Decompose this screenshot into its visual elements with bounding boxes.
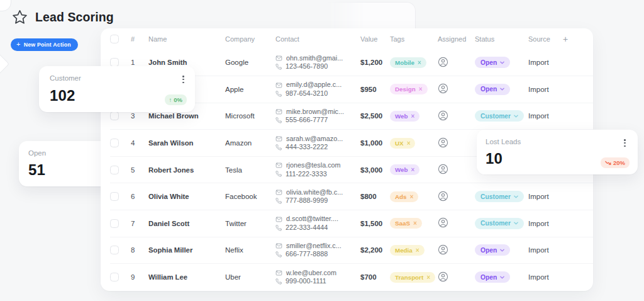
assigned-user-icon[interactable] <box>438 191 448 202</box>
tag-remove-icon[interactable]: × <box>407 140 411 147</box>
assigned-user-icon[interactable] <box>438 57 448 67</box>
kebab-menu-icon[interactable] <box>622 137 628 149</box>
tag-pill[interactable]: Design × <box>390 84 428 94</box>
lead-email: mike.brown@mic... <box>275 108 360 116</box>
tag-remove-icon[interactable]: × <box>416 247 419 254</box>
email-icon <box>275 216 282 223</box>
star-icon[interactable] <box>11 9 28 26</box>
tag-label: SaaS <box>395 220 410 227</box>
assigned-user-icon[interactable] <box>438 271 448 282</box>
lead-phone: 555-666-7777 <box>275 116 360 125</box>
chevron-down-icon <box>500 88 504 91</box>
card-label: Customer <box>50 74 81 82</box>
new-point-action-button[interactable]: + New Point Action <box>11 38 78 51</box>
arrow-up-icon: ↑ <box>169 96 172 103</box>
status-badge[interactable]: Open <box>475 84 510 95</box>
tag-remove-icon[interactable]: × <box>426 274 430 281</box>
row-checkbox[interactable] <box>110 139 119 147</box>
lead-name: Sophia Miller <box>148 237 225 264</box>
lead-name: Olivia White <box>148 183 225 210</box>
tag-pill[interactable]: UX × <box>390 138 415 149</box>
company-name: Twitter <box>225 210 275 237</box>
tag-remove-icon[interactable]: × <box>411 113 415 120</box>
row-number: 8 <box>131 237 148 264</box>
company-name: Apple <box>225 76 275 103</box>
phone-icon <box>275 171 282 177</box>
tag-pill[interactable]: Media × <box>390 245 425 256</box>
row-checkbox[interactable] <box>110 111 119 120</box>
lead-phone: 123-456-7890 <box>275 62 360 71</box>
tag-label: Web <box>395 166 408 173</box>
chevron-down-icon <box>514 195 518 198</box>
assigned-user-icon[interactable] <box>438 164 448 174</box>
assigned-user-icon[interactable] <box>438 217 448 228</box>
card-label: Lost Leads <box>486 138 521 145</box>
lead-name: Robert Jones <box>148 156 225 183</box>
table-row: 6 Olivia White Facebook olivia.white@fb.… <box>110 183 593 210</box>
tag-pill[interactable]: Web × <box>390 164 419 175</box>
assigned-user-icon[interactable] <box>438 83 448 94</box>
tag-remove-icon[interactable]: × <box>411 166 415 173</box>
plus-icon: + <box>16 41 21 48</box>
row-number: 4 <box>131 130 148 157</box>
assigned-user-icon[interactable] <box>438 110 448 121</box>
status-badge[interactable]: Customer <box>475 218 524 229</box>
lead-value: $700 <box>360 264 390 291</box>
tag-remove-icon[interactable]: × <box>418 59 421 66</box>
status-badge[interactable]: Customer <box>475 191 524 202</box>
trend-badge: ↑ 0% <box>165 94 187 105</box>
phone-icon <box>275 144 282 150</box>
kebab-menu-icon[interactable] <box>180 74 186 85</box>
lead-source: Import <box>528 183 563 210</box>
row-checkbox[interactable] <box>110 166 119 174</box>
add-column-icon[interactable]: + <box>563 28 593 49</box>
lead-source: Import <box>528 264 563 291</box>
assigned-user-icon[interactable] <box>438 137 448 148</box>
column-header-status: Status <box>475 28 528 49</box>
column-header-company: Company <box>225 28 275 49</box>
tag-pill[interactable]: Mobile × <box>390 57 426 68</box>
company-name: Amazon <box>225 130 275 157</box>
status-badge[interactable]: Open <box>475 271 510 283</box>
tag-remove-icon[interactable]: × <box>413 220 417 227</box>
assigned-user-icon[interactable] <box>438 244 448 255</box>
company-name: Facebook <box>225 183 275 210</box>
row-checkbox[interactable] <box>110 58 119 67</box>
row-checkbox[interactable] <box>110 192 119 201</box>
tag-pill[interactable]: Ads × <box>390 191 418 202</box>
tag-remove-icon[interactable]: × <box>419 86 423 93</box>
company-name: Google <box>225 49 275 76</box>
email-icon <box>275 189 282 196</box>
tag-label: Media <box>395 247 413 254</box>
email-icon <box>275 82 282 89</box>
tag-pill[interactable]: Web × <box>390 111 419 122</box>
chevron-down-icon <box>500 249 504 252</box>
card-value: 102 <box>50 87 75 105</box>
lead-value: $950 <box>360 76 390 103</box>
row-checkbox[interactable] <box>110 273 119 281</box>
lost-leads-stat-card: Lost Leads 10 20% <box>477 130 638 174</box>
lead-phone: 111-222-3333 <box>275 170 360 179</box>
status-badge[interactable]: Open <box>475 57 510 68</box>
chevron-down-icon <box>514 115 518 118</box>
phone-icon <box>275 198 282 204</box>
lead-email: smiller@netflix.c... <box>275 242 360 251</box>
tag-label: Transport <box>395 274 423 281</box>
row-checkbox[interactable] <box>110 219 119 228</box>
lead-name: Sarah Wilson <box>148 130 225 157</box>
select-all-checkbox[interactable] <box>110 35 119 43</box>
phone-icon <box>275 225 282 231</box>
table-row: 9 William Lee Uber w.lee@uber.com 999-00… <box>110 264 593 291</box>
tag-pill[interactable]: Transport × <box>390 272 435 283</box>
tag-remove-icon[interactable]: × <box>410 193 414 200</box>
row-checkbox[interactable] <box>110 246 119 254</box>
phone-icon <box>275 64 282 70</box>
status-label: Customer <box>480 193 511 200</box>
column-header-source: Source <box>528 28 563 49</box>
lead-scoring-page: Lead Scoring + New Point Action Open 51 … <box>0 0 644 301</box>
tag-pill[interactable]: SaaS × <box>390 218 422 229</box>
status-badge[interactable]: Customer <box>475 110 524 122</box>
column-header-num: # <box>131 28 148 49</box>
email-icon <box>275 270 282 276</box>
status-badge[interactable]: Open <box>475 244 510 256</box>
